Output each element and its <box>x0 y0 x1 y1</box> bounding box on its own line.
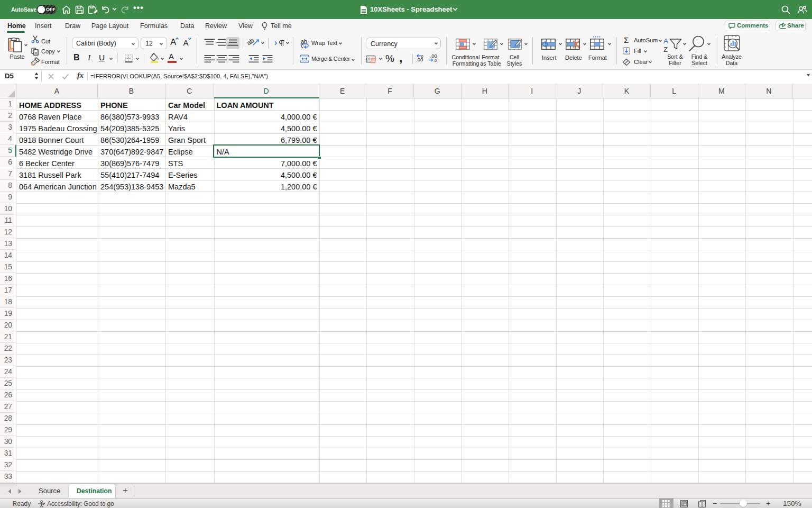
svg-text:A: A <box>663 37 668 45</box>
svg-text:.0: .0 <box>433 58 437 62</box>
svg-text:Z: Z <box>663 46 668 53</box>
svg-text:0: 0 <box>421 54 423 59</box>
